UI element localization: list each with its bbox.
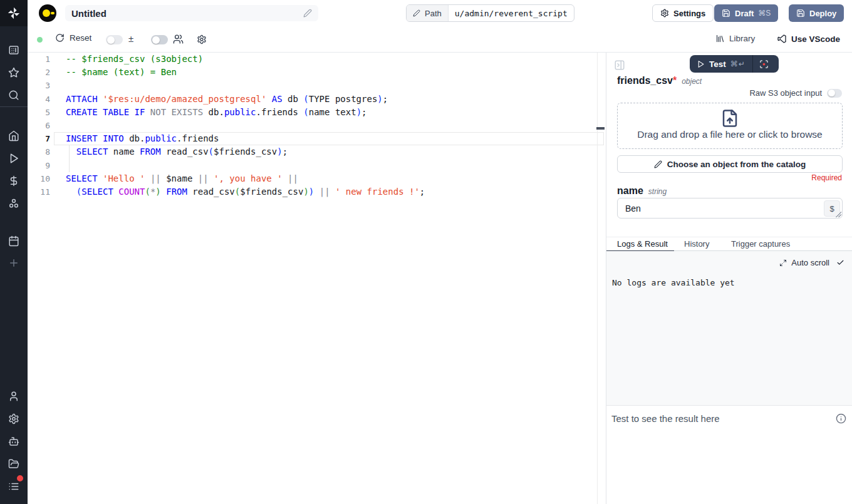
windmill-logo-icon bbox=[7, 6, 21, 20]
path-edit-button[interactable]: Path bbox=[407, 5, 449, 21]
raw-s3-toggle[interactable] bbox=[827, 89, 842, 98]
code-text: ATTACH '$res:u/demo/amazed_postgresql' A… bbox=[50, 93, 388, 106]
code-line[interactable]: 7INSERT INTO db.public.friends bbox=[28, 132, 606, 146]
code-line[interactable]: 11 (SELECT COUNT(*) FROM read_csv($frien… bbox=[28, 185, 606, 199]
file-dropzone[interactable]: Drag and drop a file here or click to br… bbox=[617, 103, 843, 149]
capture-button[interactable] bbox=[753, 55, 776, 73]
code-text bbox=[50, 119, 66, 133]
script-title: Untitled bbox=[71, 8, 303, 19]
sidebar-item-home[interactable] bbox=[8, 130, 19, 141]
refresh-icon bbox=[55, 33, 65, 43]
home-icon bbox=[8, 130, 19, 141]
code-line[interactable]: 4ATTACH '$res:u/demo/amazed_postgresql' … bbox=[28, 93, 606, 106]
code-text: INSERT INTO db.public.friends bbox=[50, 132, 219, 146]
sidebar-item-audit-logs[interactable] bbox=[8, 481, 19, 492]
raw-s3-row: Raw S3 object input bbox=[749, 88, 842, 98]
sidebar-item-schedules[interactable] bbox=[8, 235, 19, 247]
code-text: (SELECT COUNT(*) FROM read_csv($friends_… bbox=[50, 185, 425, 199]
code-line[interactable]: 1-- $friends_csv (s3object) bbox=[28, 53, 606, 66]
reset-button[interactable]: Reset bbox=[55, 33, 91, 43]
line-number: 5 bbox=[28, 106, 50, 120]
info-icon[interactable] bbox=[836, 413, 846, 424]
logs-empty-message: No logs are available yet bbox=[612, 278, 735, 287]
app-logo[interactable] bbox=[0, 0, 28, 26]
tab-trigger-captures[interactable]: Trigger captures bbox=[731, 239, 790, 249]
library-button[interactable]: Library bbox=[715, 34, 755, 43]
sidebar-item-resources[interactable] bbox=[8, 198, 19, 209]
favorites-icon bbox=[8, 67, 19, 78]
code-line[interactable]: 3 bbox=[28, 79, 606, 93]
line-number: 2 bbox=[28, 66, 50, 80]
save-icon bbox=[722, 9, 730, 18]
toggle-knob bbox=[152, 36, 160, 44]
diff-mode-toggle[interactable] bbox=[106, 35, 123, 44]
script-title-input[interactable]: Untitled bbox=[65, 5, 318, 21]
result-tabs: Logs & Result History Trigger captures bbox=[606, 237, 852, 251]
code-line[interactable]: 5CREATE TABLE IF NOT EXISTS db.public.fr… bbox=[28, 106, 606, 120]
settings-label: Settings bbox=[673, 9, 705, 18]
multiplayer-toggle[interactable] bbox=[151, 35, 168, 44]
path-control[interactable]: Path u/admin/reverent_script bbox=[406, 4, 574, 22]
code-line[interactable]: 10SELECT 'Hello ' || $name || ', you hav… bbox=[28, 172, 606, 186]
sidebar-item-folders[interactable] bbox=[8, 458, 19, 470]
panel-collapse-icon[interactable] bbox=[614, 59, 625, 71]
play-icon bbox=[697, 60, 705, 68]
deploy-button[interactable]: Deploy bbox=[789, 4, 844, 22]
sidebar-item-apps[interactable] bbox=[8, 44, 19, 56]
line-number: 6 bbox=[28, 119, 50, 133]
edit-title-pencil-icon[interactable] bbox=[303, 9, 312, 18]
code-line[interactable]: 6 bbox=[28, 119, 606, 133]
audit-logs-icon bbox=[8, 481, 19, 492]
pencil-icon bbox=[413, 9, 420, 17]
use-vscode-button[interactable]: Use VScode bbox=[777, 34, 840, 44]
tab-history[interactable]: History bbox=[684, 239, 709, 249]
code-editor[interactable]: 1-- $friends_csv (s3object)2-- $name (te… bbox=[28, 53, 606, 504]
sidebar-item-favorites[interactable] bbox=[8, 67, 19, 78]
code-line[interactable]: 9 bbox=[28, 159, 606, 173]
sidebar-item-search[interactable] bbox=[8, 90, 19, 101]
library-label: Library bbox=[729, 34, 755, 43]
resize-handle[interactable] bbox=[836, 212, 841, 217]
sidebar-item-settings[interactable] bbox=[8, 413, 19, 424]
code-line[interactable]: 2-- $name (text) = Ben bbox=[28, 66, 606, 80]
code-text bbox=[50, 159, 66, 173]
editor-settings-gear-icon[interactable] bbox=[197, 34, 207, 44]
tab-logs-result[interactable]: Logs & Result bbox=[617, 239, 668, 249]
sidebar-item-ai[interactable] bbox=[8, 436, 19, 447]
settings-icon bbox=[8, 413, 19, 424]
sidebar-item-variables[interactable] bbox=[8, 175, 19, 187]
draft-button[interactable]: Draft ⌘S bbox=[714, 4, 778, 22]
path-value: u/admin/reverent_script bbox=[449, 5, 574, 21]
line-number: 4 bbox=[28, 93, 50, 106]
line-number: 11 bbox=[28, 185, 50, 199]
arg-name: name bbox=[617, 185, 643, 197]
code-text: -- $name (text) = Ben bbox=[50, 66, 177, 80]
ai-icon bbox=[8, 436, 19, 447]
apps-icon bbox=[8, 44, 19, 56]
resources-icon bbox=[8, 198, 19, 209]
code-line[interactable]: 8 SELECT name FROM read_csv($friends_csv… bbox=[28, 145, 606, 159]
sidebar-item-runs[interactable] bbox=[8, 153, 19, 164]
choose-object-button[interactable]: Choose an object from the catalog bbox=[617, 155, 843, 173]
users-icon bbox=[173, 34, 184, 44]
run-panel: Test ⌘↵ friends_csv* object Raw S3 objec… bbox=[606, 53, 852, 504]
test-button[interactable]: Test ⌘↵ bbox=[690, 55, 752, 73]
pen-icon bbox=[654, 160, 662, 168]
test-button-group: Test ⌘↵ bbox=[690, 55, 779, 73]
overview-ruler-cursor-mark bbox=[596, 127, 605, 130]
test-shortcut: ⌘↵ bbox=[730, 59, 746, 68]
auto-scroll-control[interactable]: Auto scroll bbox=[779, 258, 844, 267]
sidebar-item-account[interactable] bbox=[8, 391, 19, 402]
name-field[interactable]: Ben $ bbox=[617, 198, 843, 219]
expand-icon[interactable] bbox=[779, 259, 787, 267]
notification-dot bbox=[16, 474, 24, 483]
duckdb-eye bbox=[43, 9, 50, 17]
settings-button[interactable]: Settings bbox=[652, 4, 714, 22]
sidebar-item-add[interactable] bbox=[8, 257, 19, 269]
check-icon bbox=[836, 259, 844, 267]
duckdb-language-icon bbox=[39, 4, 56, 22]
name-field-value: Ben bbox=[625, 203, 641, 213]
line-number: 8 bbox=[28, 145, 50, 159]
code-text: SELECT 'Hello ' || $name || ', you have … bbox=[50, 172, 298, 186]
arg-name: friends_csv* bbox=[617, 75, 677, 86]
